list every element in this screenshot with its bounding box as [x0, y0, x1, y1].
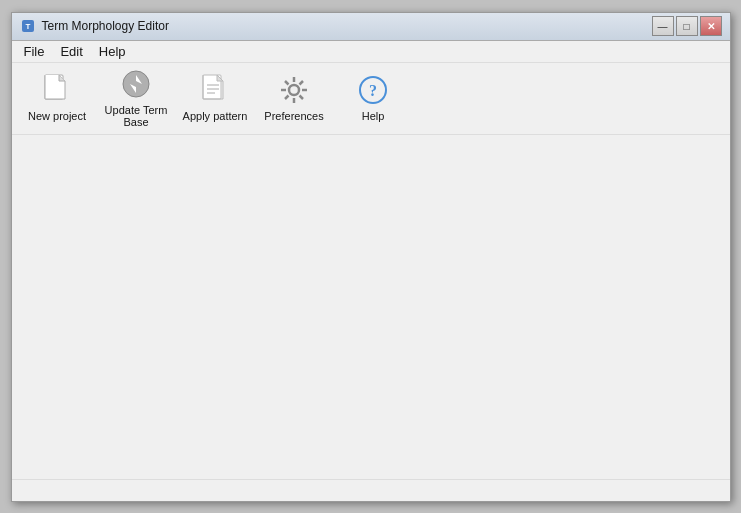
maximize-button[interactable]: □	[676, 16, 698, 36]
main-content	[12, 135, 730, 479]
svg-text:?: ?	[369, 82, 377, 99]
svg-line-16	[300, 81, 304, 85]
apply-pattern-icon	[199, 74, 231, 106]
help-toolbar-button[interactable]: ? Help	[336, 68, 411, 128]
main-window: T Term Morphology Editor — □ ✕ File Edit…	[11, 12, 731, 502]
preferences-button[interactable]: Preferences	[257, 68, 332, 128]
menu-edit[interactable]: Edit	[52, 42, 90, 61]
status-bar	[12, 479, 730, 501]
close-button[interactable]: ✕	[700, 16, 722, 36]
title-bar: T Term Morphology Editor — □ ✕	[12, 13, 730, 41]
new-project-label: New project	[28, 110, 86, 122]
svg-point-9	[289, 85, 299, 95]
new-project-button[interactable]: New project	[20, 68, 95, 128]
toolbar: New project Update Term Base	[12, 63, 730, 135]
menu-help[interactable]: Help	[91, 42, 134, 61]
apply-pattern-label: Apply pattern	[183, 110, 248, 122]
svg-line-17	[285, 96, 289, 100]
menu-file[interactable]: File	[16, 42, 53, 61]
preferences-label: Preferences	[264, 110, 323, 122]
update-icon	[120, 68, 152, 100]
new-project-icon	[41, 74, 73, 106]
help-toolbar-label: Help	[362, 110, 385, 122]
svg-line-14	[285, 81, 289, 85]
update-term-base-button[interactable]: Update Term Base	[99, 68, 174, 128]
apply-pattern-button[interactable]: Apply pattern	[178, 68, 253, 128]
minimize-button[interactable]: —	[652, 16, 674, 36]
window-controls: — □ ✕	[652, 16, 722, 36]
app-icon: T	[20, 18, 36, 34]
window-title: Term Morphology Editor	[42, 19, 652, 33]
update-term-base-label: Update Term Base	[104, 104, 169, 128]
help-icon: ?	[357, 74, 389, 106]
svg-point-3	[123, 71, 149, 97]
preferences-icon	[278, 74, 310, 106]
svg-line-15	[300, 96, 304, 100]
svg-text:T: T	[25, 22, 30, 31]
menu-bar: File Edit Help	[12, 41, 730, 63]
